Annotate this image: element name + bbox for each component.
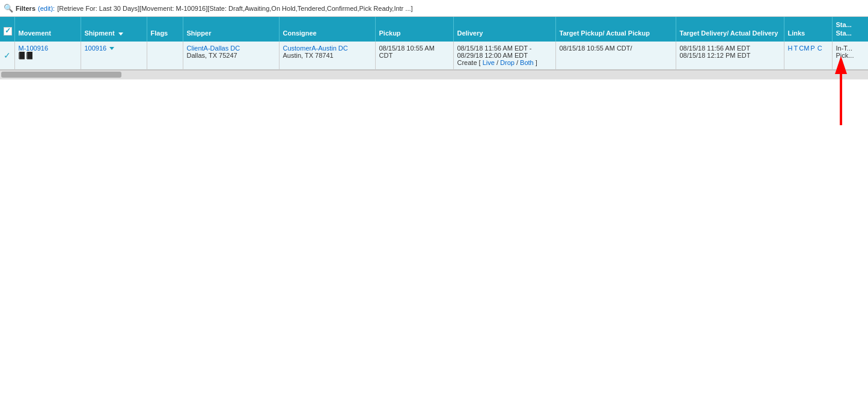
shipment-table: Movement Shipment Flags Shipper Consigne…: [0, 17, 868, 70]
table-header-row: Movement Shipment Flags Shipper Consigne…: [0, 17, 868, 42]
data-table-wrap: Movement Shipment Flags Shipper Consigne…: [0, 17, 868, 70]
consignee-cell: CustomerA-Austin DC Austin, TX 78741: [279, 42, 375, 70]
column-header-flags: Flags: [147, 17, 183, 42]
status-header-text: Sta...Sta...: [836, 21, 852, 37]
links-container: H T CM P C: [788, 45, 828, 52]
column-header-shipper: Shipper: [183, 17, 279, 42]
link-cm[interactable]: CM: [799, 45, 809, 52]
column-header-shipment[interactable]: Shipment: [81, 17, 147, 42]
target-pickup-cell: 08/15/18 10:55 AM CDT/: [555, 42, 676, 70]
both-link[interactable]: Both: [520, 59, 534, 66]
shipment-link[interactable]: 100916: [85, 45, 107, 52]
delivery-time: 08/15/18 11:56 AM EDT - 08/29/18 12:00 A…: [457, 45, 532, 59]
movement-cell: M-100916: [14, 42, 81, 70]
horizontal-scrollbar[interactable]: [0, 70, 868, 79]
actual-delivery-time: 08/15/18 12:12 PM EDT: [680, 52, 751, 59]
target-pickup-time: 08/15/18 10:55 AM CDT/: [560, 45, 632, 52]
row-check-icon[interactable]: ✓: [4, 51, 11, 60]
column-header-pickup: Pickup: [375, 17, 453, 42]
column-header-links: Links: [784, 17, 832, 42]
links-cell: H T CM P C: [784, 42, 832, 70]
column-header-target-pickup: Target Pickup/ Actual Pickup: [555, 17, 676, 42]
pickup-time: 08/15/18 10:55 AM CDT: [379, 45, 435, 59]
shipment-sort-arrow: [109, 47, 114, 50]
link-t[interactable]: T: [793, 45, 798, 52]
movement-flag-icons: [19, 52, 77, 60]
column-header-target-delivery: Target Delivery/ Actual Delivery: [676, 17, 784, 42]
row-checkbox-cell: ✓: [0, 42, 14, 70]
svg-rect-0: [19, 52, 25, 60]
sort-arrow-shipment: [118, 32, 123, 36]
svg-rect-4: [26, 52, 28, 59]
scrollbar-thumb[interactable]: [1, 72, 121, 78]
svg-rect-1: [19, 52, 20, 59]
link-c[interactable]: C: [818, 45, 822, 52]
shipper-link[interactable]: ClientA-Dallas DC: [187, 45, 240, 52]
filter-label: Filters: [16, 5, 35, 12]
book-icon-1: [19, 52, 25, 60]
drop-link[interactable]: Drop: [500, 59, 515, 66]
live-link[interactable]: Live: [483, 59, 495, 66]
svg-rect-3: [27, 52, 32, 60]
column-header-checkbox: [0, 17, 14, 42]
shipper-cell: ClientA-Dallas DC Dallas, TX 75247: [183, 42, 279, 70]
column-header-status: Sta...Sta...: [832, 17, 868, 42]
consignee-address: Austin, TX 78741: [283, 52, 334, 59]
column-header-movement: Movement: [14, 17, 81, 42]
filter-bar: 🔍 Filters (edit): [Retrieve For: Last 30…: [0, 0, 868, 17]
book-icon-2: [26, 52, 33, 60]
link-p[interactable]: P: [810, 45, 815, 52]
flags-cell: [147, 42, 183, 70]
movement-link[interactable]: M-100916: [19, 45, 49, 52]
search-icon: 🔍: [4, 4, 13, 13]
shipment-cell: 100916: [81, 42, 147, 70]
table-row: ✓ M-100916: [0, 42, 868, 70]
link-h[interactable]: H: [788, 45, 793, 52]
consignee-link[interactable]: CustomerA-Austin DC: [283, 45, 348, 52]
column-header-delivery: Delivery: [453, 17, 555, 42]
delivery-cell: 08/15/18 11:56 AM EDT - 08/29/18 12:00 A…: [453, 42, 555, 70]
filter-text: [Retrieve For: Last 30 Days][Movement: M…: [57, 5, 412, 12]
shipper-address: Dallas, TX 75247: [187, 52, 237, 59]
target-delivery-cell: 08/15/18 11:56 AM EDT 08/15/18 12:12 PM …: [676, 42, 784, 70]
column-header-consignee: Consignee: [279, 17, 375, 42]
delivery-create: Create [ Live / Drop / Both ]: [457, 59, 537, 66]
svg-rect-5: [27, 59, 32, 60]
status-value: In-T...Pick...: [836, 45, 854, 59]
select-all-checkbox[interactable]: [4, 27, 12, 36]
filter-edit-link[interactable]: (edit):: [38, 5, 55, 12]
target-delivery-time: 08/15/18 11:56 AM EDT: [680, 45, 750, 52]
svg-rect-2: [19, 59, 25, 60]
status-cell: In-T...Pick...: [832, 42, 868, 70]
pickup-cell: 08/15/18 10:55 AM CDT: [375, 42, 453, 70]
